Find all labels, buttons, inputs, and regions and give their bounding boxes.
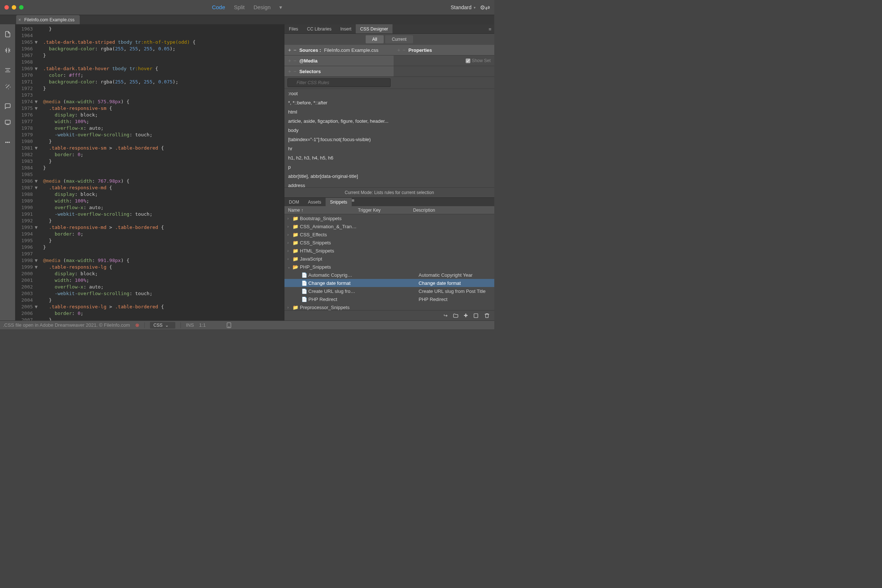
line-gutter: 1963 1964 1965▼1966 1967 1968 1969▼1970 …: [15, 24, 40, 321]
more-icon[interactable]: •••: [4, 139, 11, 146]
source-file[interactable]: FileInfo.com Example.css: [324, 47, 378, 53]
workspace-switcher[interactable]: Standard ▾: [450, 4, 476, 10]
close-tab-icon[interactable]: ×: [18, 17, 21, 22]
language-mode[interactable]: CSS ⌄: [150, 322, 175, 328]
lower-panel-menu-icon[interactable]: ≡: [352, 198, 355, 206]
collapse-icon[interactable]: [4, 67, 11, 74]
view-code[interactable]: Code: [212, 4, 225, 10]
snippets-tree[interactable]: ›📁Bootstrap_Snippets›📁CSS_Animation_&_Tr…: [285, 214, 494, 310]
selector-item[interactable]: [tabindex="-1"]:focus:not(:focus-visible…: [285, 135, 394, 144]
folder-row[interactable]: ›📁JavaScript: [285, 255, 494, 263]
left-toolbar: •••: [0, 24, 15, 321]
folder-row[interactable]: ›📁CSS_Effects: [285, 230, 494, 238]
snippet-row[interactable]: 📄Create URL slug fro…Create URL slug fro…: [285, 287, 494, 295]
svg-rect-1: [474, 314, 478, 318]
code-editor[interactable]: 1963 1964 1965▼1966 1967 1968 1969▼1970 …: [15, 24, 284, 321]
file-icon[interactable]: [4, 31, 11, 38]
tab-insert[interactable]: Insert: [336, 24, 356, 33]
folder-row[interactable]: ⌄📂PHP_Snippets: [285, 263, 494, 271]
scope-switcher: All Current: [285, 34, 494, 45]
window-controls: [0, 5, 24, 9]
sources-label: Sources :: [299, 47, 321, 53]
col-name[interactable]: Name ↑: [285, 206, 358, 214]
maximize-window-button[interactable]: [19, 5, 24, 9]
view-split[interactable]: Split: [234, 4, 244, 10]
snippet-row[interactable]: 📄Change date formatChange date format: [285, 279, 494, 287]
tab-cc-libraries[interactable]: CC Libraries: [303, 24, 336, 33]
selector-item[interactable]: body: [285, 126, 394, 135]
workspace-label: Standard: [450, 4, 471, 10]
selector-item[interactable]: hr: [285, 144, 394, 153]
show-set-checkbox[interactable]: [466, 58, 470, 63]
insert-snippet-icon[interactable]: ↪: [444, 313, 448, 318]
folder-row[interactable]: ›📁HTML_Snippets: [285, 247, 494, 255]
panel-menu-icon[interactable]: ≡: [488, 27, 491, 32]
folder-row[interactable]: ›📁CSS_Snippets: [285, 238, 494, 247]
tab-css-designer[interactable]: CSS Designer: [356, 24, 393, 33]
remove-source-button[interactable]: −: [293, 47, 296, 53]
code-content[interactable]: }.table-dark.table-striped tbody tr:nth-…: [40, 24, 195, 321]
selector-item[interactable]: p: [285, 162, 394, 172]
selector-item[interactable]: h1, h2, h3, h4, h5, h6: [285, 153, 394, 162]
add-source-button[interactable]: +: [288, 47, 291, 53]
mode-hint: Current Mode: Lists rules for current se…: [285, 188, 494, 197]
tab-snippets[interactable]: Snippets: [326, 198, 352, 206]
device-preview-icon[interactable]: [226, 322, 232, 328]
status-message: .CSS file open in Adobe Dreamweaver 2021…: [3, 322, 130, 328]
view-dropdown-icon[interactable]: ▾: [279, 4, 282, 10]
tab-dom[interactable]: DOM: [285, 198, 303, 206]
add-property-button[interactable]: +: [397, 47, 400, 53]
new-folder-icon[interactable]: [453, 313, 459, 319]
minimize-window-button[interactable]: [12, 5, 16, 9]
snippet-row[interactable]: 📄PHP RedirectPHP Redirect: [285, 295, 494, 303]
snippets-footer: ↪ ✚: [285, 310, 494, 321]
show-set-section: Show Set: [394, 56, 494, 66]
delete-snippet-icon[interactable]: [484, 313, 490, 319]
filter-css-input[interactable]: [287, 78, 391, 87]
close-window-button[interactable]: [4, 5, 9, 9]
selector-item[interactable]: *, *::before, *::after: [285, 98, 394, 107]
sync-settings-icon[interactable]: ⚙⇄: [480, 4, 490, 11]
folder-row[interactable]: ›📁CSS_Animation_&_Tran…: [285, 222, 494, 230]
snippet-row[interactable]: 📄Automatic Copyrig…Automatic Copyright Y…: [285, 271, 494, 279]
col-desc[interactable]: Description: [413, 206, 494, 214]
wrap-icon[interactable]: [4, 47, 11, 54]
new-snippet-icon[interactable]: ✚: [464, 313, 468, 318]
wand-icon[interactable]: [4, 83, 11, 90]
sources-section: +− Sources : FileInfo.com Example.css: [285, 45, 394, 55]
selector-item[interactable]: article, aside, figcaption, figure, foot…: [285, 117, 394, 126]
selector-item[interactable]: html: [285, 107, 394, 117]
view-switcher: Code Split Design ▾: [212, 4, 283, 10]
add-selector-button[interactable]: +: [288, 68, 291, 74]
comment-icon[interactable]: [4, 103, 11, 110]
svg-point-3: [229, 326, 230, 327]
selector-list[interactable]: :root*, *::before, *::afterhtmlarticle, …: [285, 89, 394, 188]
file-tab-bar: × FileInfo.com Example.css: [0, 15, 494, 24]
selector-item[interactable]: :root: [285, 89, 394, 98]
media-label: @Media: [299, 58, 318, 64]
folder-row[interactable]: ›📁Preprocessor_Snippets: [285, 303, 494, 310]
preview-icon[interactable]: [4, 119, 11, 126]
folder-row[interactable]: ›📁Bootstrap_Snippets: [285, 214, 494, 222]
file-tab[interactable]: × FileInfo.com Example.css: [16, 15, 80, 24]
scope-current[interactable]: Current: [385, 35, 413, 44]
view-design[interactable]: Design: [254, 4, 271, 10]
remove-property-button[interactable]: −: [402, 47, 405, 53]
show-set-label: Show Set: [472, 58, 490, 63]
chevron-down-icon: ▾: [474, 6, 476, 9]
col-trigger[interactable]: Trigger Key: [358, 206, 413, 214]
tab-assets[interactable]: Assets: [303, 198, 326, 206]
selector-item[interactable]: address: [285, 181, 394, 188]
remove-selector-button[interactable]: −: [293, 68, 296, 74]
scope-all[interactable]: All: [366, 35, 384, 44]
selectors-section: +− Selectors: [285, 66, 394, 76]
remove-media-button[interactable]: −: [293, 58, 296, 64]
add-media-button[interactable]: +: [288, 58, 291, 64]
tab-files[interactable]: Files: [285, 24, 303, 33]
selectors-label: Selectors: [299, 69, 321, 74]
error-icon[interactable]: ⊗: [135, 322, 139, 328]
selector-item[interactable]: abbr[title], abbr[data-original-title]: [285, 172, 394, 181]
edit-snippet-icon[interactable]: [473, 313, 479, 319]
properties-pane: [394, 89, 494, 188]
insert-mode[interactable]: INS: [186, 322, 194, 328]
